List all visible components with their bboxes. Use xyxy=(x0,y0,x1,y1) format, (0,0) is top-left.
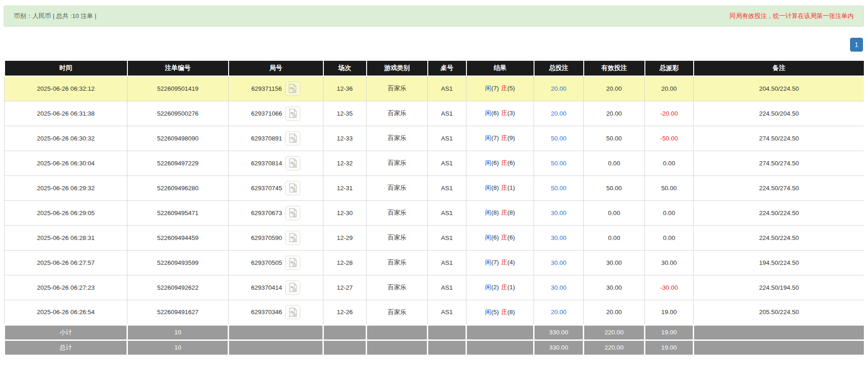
session-cell: 12-33 xyxy=(323,126,367,151)
table-row: 2025-06-26 06:26:54 522609491627 6293703… xyxy=(5,300,864,325)
round-id-text: 629370745 xyxy=(251,185,282,192)
table-body: 2025-06-26 06:32:12 522609501419 6293711… xyxy=(5,76,864,325)
pagination-page-1-button[interactable]: 1 xyxy=(850,38,863,52)
bet-records-table: 时间 注单编号 局号 场次 游戏类别 桌号 结果 总投注 有效投注 总派彩 备注… xyxy=(4,60,864,356)
total-bet-link[interactable]: 30.00 xyxy=(551,210,567,216)
valid-bet-cell: 0.00 xyxy=(584,225,645,250)
result-banker-score: (3) xyxy=(507,110,515,117)
result-banker-label: 庄 xyxy=(501,284,508,291)
header-table-no: 桌号 xyxy=(428,60,466,76)
result-player-score: (7) xyxy=(491,85,499,92)
result-cell: 闲(8)庄(1) xyxy=(466,175,534,200)
payout-cell: 20.00 xyxy=(645,76,694,101)
header-total-bet: 总投注 xyxy=(534,60,584,76)
result-player-score: (5) xyxy=(491,309,499,315)
video-replay-button[interactable] xyxy=(285,181,300,195)
result-banker-score: (8) xyxy=(507,209,515,216)
result-player-score: (8) xyxy=(491,184,499,191)
total-bet-link[interactable]: 20.00 xyxy=(551,309,567,315)
total-bet-cell: 20.00 xyxy=(534,300,584,325)
result-player-score: (6) xyxy=(491,234,499,241)
total-bet-cell: 50.00 xyxy=(534,151,584,175)
footer-empty-cell xyxy=(694,340,864,355)
remark-cell: 204.50/224.50 xyxy=(694,76,864,101)
total-bet-cell: 30.00 xyxy=(534,200,584,225)
video-replay-button[interactable] xyxy=(285,106,300,121)
time-cell: 2025-06-26 06:29:05 xyxy=(5,200,127,225)
total-bet-link[interactable]: 20.00 xyxy=(551,85,567,92)
table-row: 2025-06-26 06:28:31 522609494459 6293705… xyxy=(5,225,864,250)
total-bet-link[interactable]: 50.00 xyxy=(551,135,567,142)
bet-id-cell: 522609495471 xyxy=(127,200,229,225)
result-banker-label: 庄 xyxy=(501,110,508,117)
video-replay-button[interactable] xyxy=(285,131,300,146)
time-cell: 2025-06-26 06:30:04 xyxy=(5,151,127,175)
round-id-text: 629371066 xyxy=(251,110,282,117)
session-cell: 12-27 xyxy=(323,275,367,300)
page: 币别：人民币 | 总共 :10 注单 | 同局有效投注，统一计算在该局第一张注单… xyxy=(0,0,868,365)
video-replay-button[interactable] xyxy=(285,231,300,245)
game-type-cell: 百家乐 xyxy=(367,175,428,200)
footer-empty-cell xyxy=(428,340,466,355)
table-row: 2025-06-26 06:30:04 522609497229 6293708… xyxy=(5,151,864,175)
game-type-cell: 百家乐 xyxy=(367,126,428,151)
round-id-text: 629370590 xyxy=(251,234,282,241)
session-cell: 12-26 xyxy=(323,300,367,325)
bet-id-cell: 522609496280 xyxy=(127,175,229,200)
result-cell: 闲(6)庄(6) xyxy=(466,151,534,175)
result-player-label: 闲 xyxy=(485,234,492,241)
payout-cell: 0.00 xyxy=(645,151,694,175)
game-type-cell: 百家乐 xyxy=(367,101,428,126)
result-player-label: 闲 xyxy=(485,110,492,117)
total-payout: 19.00 xyxy=(645,340,694,355)
total-bet-link[interactable]: 50.00 xyxy=(551,160,567,167)
round-id-cell: 629370814 xyxy=(229,151,323,175)
result-cell: 闲(5)庄(8) xyxy=(466,300,534,325)
total-bet-link[interactable]: 30.00 xyxy=(551,259,567,266)
payout-cell: 0.00 xyxy=(645,200,694,225)
total-bet-link[interactable]: 20.00 xyxy=(551,110,567,117)
table-no-cell: AS1 xyxy=(428,76,466,101)
game-type-cell: 百家乐 xyxy=(367,300,428,325)
total-bet-link[interactable]: 30.00 xyxy=(551,284,567,291)
video-replay-icon xyxy=(288,282,298,292)
payout-cell: 19.00 xyxy=(645,300,694,325)
table-no-cell: AS1 xyxy=(428,101,466,126)
game-type-cell: 百家乐 xyxy=(367,76,428,101)
table-no-cell: AS1 xyxy=(428,175,466,200)
subtotal-total-bet: 330.00 xyxy=(534,325,584,340)
result-player-label: 闲 xyxy=(485,85,492,92)
video-replay-button[interactable] xyxy=(285,280,300,295)
round-id-cell: 629370414 xyxy=(229,275,323,300)
remark-cell: 194.50/224.50 xyxy=(694,250,864,275)
round-id-text: 629370414 xyxy=(251,284,282,291)
total-bet-cell: 30.00 xyxy=(534,275,584,300)
bet-id-cell: 522609498090 xyxy=(127,126,229,151)
bet-id-cell: 522609494459 xyxy=(127,225,229,250)
pagination-bar: 1 xyxy=(4,38,863,52)
video-replay-button[interactable] xyxy=(285,256,300,270)
video-replay-button[interactable] xyxy=(285,305,300,319)
footer-empty-cell xyxy=(229,325,323,340)
payout-cell: -20.00 xyxy=(645,101,694,126)
table-row: 2025-06-26 06:32:12 522609501419 6293711… xyxy=(5,76,864,101)
total-bet-link[interactable]: 50.00 xyxy=(551,185,567,192)
result-player-label: 闲 xyxy=(485,259,492,266)
video-replay-button[interactable] xyxy=(285,206,300,220)
total-bet-link[interactable]: 30.00 xyxy=(551,234,567,241)
footer-empty-cell xyxy=(466,340,534,355)
game-type-cell: 百家乐 xyxy=(367,200,428,225)
result-banker-score: (1) xyxy=(507,184,515,191)
result-cell: 闲(6)庄(3) xyxy=(466,101,534,126)
bet-id-cell: 522609501419 xyxy=(127,76,229,101)
valid-bet-cell: 50.00 xyxy=(584,126,645,151)
table-no-cell: AS1 xyxy=(428,200,466,225)
valid-bet-notice-text: 同局有效投注，统一计算在该局第一张注单内 xyxy=(730,12,854,20)
subtotal-count: 10 xyxy=(127,325,229,340)
result-banker-score: (1) xyxy=(507,284,515,291)
header-round-id: 局号 xyxy=(229,60,323,76)
time-cell: 2025-06-26 06:30:32 xyxy=(5,126,127,151)
video-replay-button[interactable] xyxy=(285,82,300,96)
footer-empty-cell xyxy=(466,325,534,340)
video-replay-button[interactable] xyxy=(285,156,300,170)
